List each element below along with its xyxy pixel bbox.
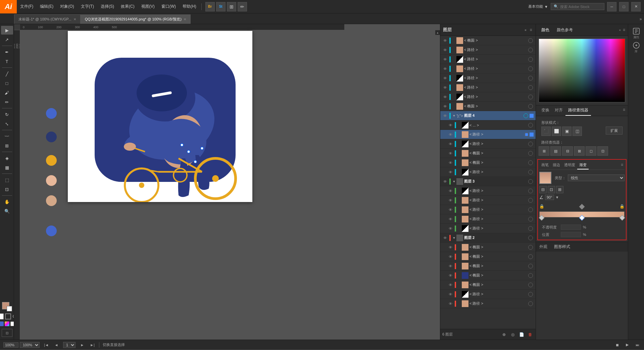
layer-item[interactable]: 👁 < 椭圆 > bbox=[440, 252, 536, 261]
nav-next-btn[interactable]: ► bbox=[79, 342, 86, 348]
tab-qq[interactable]: QQ浏览器截图20190929144005.png* @ 100% (RGB/预… bbox=[81, 14, 191, 24]
hand-tool[interactable]: ✋ bbox=[1, 197, 13, 206]
layer-target[interactable] bbox=[528, 57, 533, 62]
layer-visibility-toggle[interactable]: 👁 bbox=[447, 189, 454, 193]
gradient-editor-bar[interactable] bbox=[539, 211, 625, 217]
layer-target[interactable] bbox=[528, 207, 533, 212]
pen-tool[interactable]: ✒ bbox=[1, 48, 13, 56]
layer-target[interactable] bbox=[528, 292, 533, 297]
zoom-dropdown[interactable]: 100% bbox=[20, 342, 40, 348]
layer-item[interactable]: 👁 < 路径 > bbox=[440, 92, 536, 102]
playback-play-btn[interactable]: ▶ bbox=[624, 342, 631, 348]
type-tool[interactable]: T bbox=[1, 57, 13, 66]
warp-tool[interactable]: 〰 bbox=[1, 132, 13, 141]
layer-target[interactable] bbox=[528, 76, 533, 81]
layer-item[interactable]: 👁 < 路径 > bbox=[440, 130, 536, 139]
symbol-tool[interactable]: ◈ bbox=[1, 154, 13, 162]
layer-target[interactable] bbox=[528, 198, 533, 203]
expand-btn[interactable]: 扩展 bbox=[606, 127, 623, 135]
layer-target[interactable] bbox=[528, 264, 533, 268]
tab-brush[interactable]: 画笔 bbox=[539, 161, 551, 169]
layers-menu-btn[interactable]: ≡ bbox=[529, 28, 533, 32]
layer-target[interactable] bbox=[528, 123, 533, 128]
gradient-stop-right[interactable] bbox=[620, 215, 625, 221]
layer-item[interactable]: 👁 < 路径 > bbox=[440, 186, 536, 196]
layer-visibility-toggle[interactable]: 👁 bbox=[442, 95, 448, 99]
layers-collapse-btn[interactable]: « bbox=[524, 28, 528, 32]
zoom-input[interactable] bbox=[3, 342, 18, 348]
layers-new-btn[interactable]: 📄 bbox=[518, 331, 525, 338]
layer-visibility-toggle[interactable]: 👁 bbox=[447, 273, 454, 278]
layer-item[interactable]: 👁 < 路径 > bbox=[440, 139, 536, 149]
pf-crop-btn[interactable]: ⊠ bbox=[574, 146, 585, 156]
gradient-stop-mid[interactable] bbox=[579, 215, 585, 221]
tab-transform[interactable]: 变换 bbox=[539, 105, 552, 116]
position-input[interactable] bbox=[561, 232, 581, 237]
layer-visibility-toggle[interactable]: 👁 bbox=[447, 245, 454, 249]
opacity-input[interactable] bbox=[561, 224, 581, 230]
layer-item[interactable]: 👁 < 路径 > bbox=[440, 205, 536, 214]
layer-target[interactable] bbox=[528, 217, 533, 221]
layer-visibility-toggle[interactable]: 👁 bbox=[447, 161, 454, 165]
pf-divide-btn[interactable]: ⊞ bbox=[539, 146, 549, 156]
layer-visibility-toggle[interactable]: 👁 bbox=[447, 227, 454, 231]
layer-item[interactable]: 👁 < 路径 > bbox=[440, 73, 536, 83]
menu-text[interactable]: 文字(T) bbox=[78, 0, 97, 13]
far-right-properties-icon[interactable]: 属性 bbox=[630, 27, 643, 40]
layer-item[interactable]: 👁 < 路径 > bbox=[440, 45, 536, 55]
layers-add-layer-btn[interactable]: ⊕ bbox=[501, 331, 507, 338]
workspace-icon-btn[interactable]: ⊞ bbox=[227, 2, 236, 11]
tab-untitled-close[interactable]: ✕ bbox=[73, 17, 76, 21]
stroke-box[interactable] bbox=[5, 313, 11, 319]
layer-expand-toggle[interactable]: ▼ bbox=[452, 114, 456, 117]
layer-target[interactable] bbox=[528, 104, 533, 109]
pencil-tool[interactable]: ✏ bbox=[1, 98, 13, 106]
nav-prev-btn[interactable]: ◄ bbox=[53, 342, 60, 348]
fill-box[interactable] bbox=[0, 313, 4, 319]
layer-item[interactable]: 👁 < 椭圆 > bbox=[440, 261, 536, 271]
gradient-midpoint[interactable] bbox=[579, 204, 585, 210]
layer-item[interactable]: 👁 < 路径 > bbox=[440, 224, 536, 233]
artboard-tool[interactable]: ⬚ bbox=[1, 176, 13, 184]
far-right-library-icon[interactable]: 库 bbox=[630, 41, 643, 54]
layer-target[interactable] bbox=[528, 245, 533, 250]
minimize-btn[interactable]: ─ bbox=[607, 2, 616, 11]
direct-select-tool[interactable]: ↗ bbox=[1, 35, 13, 44]
workspace-selector[interactable]: 基本功能 ▼ bbox=[528, 4, 548, 9]
layer-item[interactable]: 👁 < 路径 > bbox=[440, 64, 536, 73]
layer-target[interactable] bbox=[524, 132, 529, 137]
layer-item[interactable]: 👁 < 路径 > bbox=[440, 167, 536, 177]
layer-item[interactable]: 👁 < 路径 > bbox=[440, 214, 536, 224]
layer-target[interactable] bbox=[528, 254, 533, 259]
intersect-btn[interactable]: ▣ bbox=[562, 127, 572, 136]
tab-opacity[interactable]: 透明度 bbox=[562, 161, 577, 169]
layer-visibility-toggle[interactable]: 👁 bbox=[447, 133, 454, 137]
layer-visibility-toggle[interactable]: 👁 bbox=[442, 76, 448, 80]
layer-item[interactable]: 👁 < 路径 > bbox=[440, 299, 536, 308]
playback-stop-btn[interactable]: ⏹ bbox=[614, 342, 621, 348]
gradient-lock-right[interactable]: 🔒 bbox=[620, 204, 625, 209]
gradient-tab-menu[interactable]: ≡ bbox=[620, 161, 625, 169]
layer-visibility-toggle[interactable]: 👁 bbox=[442, 39, 448, 43]
close-btn[interactable]: ✕ bbox=[631, 2, 641, 11]
layer-visibility-toggle[interactable]: 👁 bbox=[442, 67, 448, 71]
layer-item[interactable]: 👁 < 路径 > bbox=[440, 55, 536, 64]
exclude-btn[interactable]: ◫ bbox=[573, 127, 582, 136]
tab-color-ref[interactable]: 颜色参考 bbox=[554, 26, 576, 34]
gradient-type-select[interactable]: 线性 bbox=[568, 174, 625, 181]
maximize-btn[interactable]: □ bbox=[619, 2, 629, 11]
color-swatch-pair[interactable] bbox=[2, 302, 12, 311]
layers-locate-btn[interactable]: ◎ bbox=[509, 331, 516, 338]
bridge-icon-btn[interactable]: Br bbox=[205, 2, 215, 11]
layer-item[interactable]: 👁 < 椭圆 > bbox=[440, 36, 536, 45]
layer-target[interactable] bbox=[528, 38, 533, 43]
minus-front-btn[interactable]: ⬜ bbox=[552, 127, 561, 136]
layer-visibility-toggle[interactable]: 👁 bbox=[447, 198, 454, 202]
layer-visibility-toggle[interactable]: 👁 bbox=[447, 302, 454, 306]
layer-target[interactable] bbox=[528, 151, 533, 156]
layer-target[interactable] bbox=[524, 113, 528, 118]
layer-expand-toggle[interactable]: ▼ bbox=[452, 236, 456, 240]
sub-tabs-menu[interactable]: ≡ bbox=[623, 105, 625, 116]
panel-menu-btn[interactable]: ≡ bbox=[623, 28, 625, 32]
scale-tool[interactable]: ⤡ bbox=[1, 119, 13, 128]
